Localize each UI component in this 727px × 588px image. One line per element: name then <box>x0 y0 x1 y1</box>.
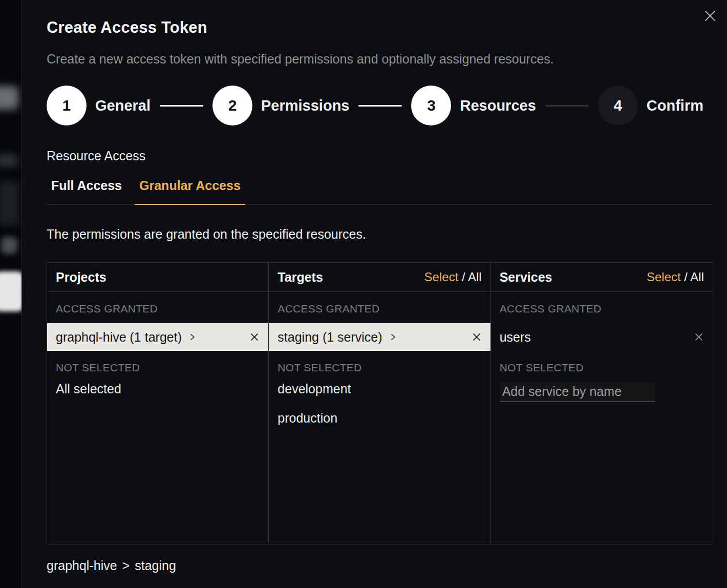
dialog-description: Create a new access token with specified… <box>47 52 713 67</box>
targets-column: Targets Select / All ACCESS GRANTED stag… <box>269 263 490 544</box>
column-title: Services <box>500 270 552 285</box>
remove-target-icon[interactable] <box>472 332 482 342</box>
column-title: Projects <box>56 270 106 285</box>
services-column: Services Select / All ACCESS GRANTED use… <box>491 263 713 544</box>
services-select-all: Select / All <box>647 270 704 284</box>
access-granted-label: ACCESS GRANTED <box>277 303 481 315</box>
step-resources[interactable]: 3 Resources <box>411 86 536 125</box>
projects-column: Projects ACCESS GRANTED graphql-hive (1 … <box>47 263 269 544</box>
step-label: General <box>95 97 151 114</box>
targets-column-header: Targets Select / All <box>269 263 490 292</box>
remove-service-icon[interactable] <box>694 332 704 342</box>
granted-target-row[interactable]: staging (1 service) <box>269 323 490 351</box>
slash-separator: / <box>462 270 465 284</box>
background-blur-artifact <box>0 180 19 226</box>
column-title: Targets <box>277 270 323 285</box>
step-label: Resources <box>460 97 536 114</box>
add-service-input[interactable] <box>500 382 655 402</box>
background-blur-artifact <box>1 237 17 254</box>
target-option-development[interactable]: development <box>269 374 490 403</box>
projects-column-header: Projects <box>47 263 268 292</box>
targets-all-link[interactable]: All <box>468 270 482 284</box>
step-number: 1 <box>47 86 87 125</box>
access-granted-label: ACCESS GRANTED <box>56 303 260 315</box>
step-number: 4 <box>598 86 638 125</box>
tab-full-access[interactable]: Full Access <box>47 178 126 205</box>
access-tabs: Full Access Granular Access <box>47 178 713 205</box>
breadcrumb-separator: > <box>122 558 130 573</box>
access-granted-label: ACCESS GRANTED <box>500 303 704 315</box>
services-select-link[interactable]: Select <box>647 270 681 284</box>
step-label: Confirm <box>647 97 703 114</box>
remove-project-icon[interactable] <box>249 332 260 342</box>
granted-project-label: graphql-hive (1 target) <box>56 330 182 345</box>
stepper: 1 General 2 Permissions 3 Resources 4 Co… <box>47 86 713 125</box>
targets-select-all: Select / All <box>424 270 482 284</box>
not-selected-label: NOT SELECTED <box>277 362 481 374</box>
slash-separator: / <box>684 270 688 284</box>
granted-service-label: users <box>500 330 531 345</box>
not-selected-label: NOT SELECTED <box>56 362 260 374</box>
page-title: Create Access Token <box>47 18 713 37</box>
services-column-header: Services Select / All <box>491 263 713 292</box>
step-number: 3 <box>411 86 451 125</box>
not-selected-label: NOT SELECTED <box>500 362 704 374</box>
permissions-note: The permissions are granted on the speci… <box>47 227 713 242</box>
chevron-right-icon <box>189 332 196 342</box>
targets-select-link[interactable]: Select <box>424 270 459 284</box>
background-blur-artifact <box>0 271 24 311</box>
step-permissions[interactable]: 2 Permissions <box>212 86 349 125</box>
step-connector <box>160 105 203 107</box>
resource-selector-table: Projects ACCESS GRANTED graphql-hive (1 … <box>47 262 713 544</box>
chevron-right-icon <box>390 332 397 342</box>
step-connector <box>358 105 402 107</box>
granted-project-row[interactable]: graphql-hive (1 target) <box>47 323 268 351</box>
services-all-link[interactable]: All <box>690 270 704 284</box>
resource-access-heading: Resource Access <box>47 149 713 163</box>
step-label: Permissions <box>261 97 349 114</box>
breadcrumb-project: graphql-hive <box>47 558 117 573</box>
background-blur-artifact <box>0 154 18 167</box>
background-blur-artifact <box>0 86 18 110</box>
granted-target-label: staging (1 service) <box>277 330 382 345</box>
step-connector <box>545 105 589 107</box>
close-icon[interactable] <box>702 8 718 24</box>
step-number: 2 <box>212 86 252 125</box>
target-option-production[interactable]: production <box>269 403 490 432</box>
create-access-token-dialog: Create Access Token Create a new access … <box>22 0 727 588</box>
tab-granular-access[interactable]: Granular Access <box>135 178 245 205</box>
breadcrumb: graphql-hive>staging <box>47 558 713 573</box>
all-selected-note: All selected <box>47 374 268 403</box>
granted-service-row: users <box>491 323 713 351</box>
step-confirm[interactable]: 4 Confirm <box>598 86 703 125</box>
step-general[interactable]: 1 General <box>47 86 151 125</box>
breadcrumb-target: staging <box>135 558 176 573</box>
